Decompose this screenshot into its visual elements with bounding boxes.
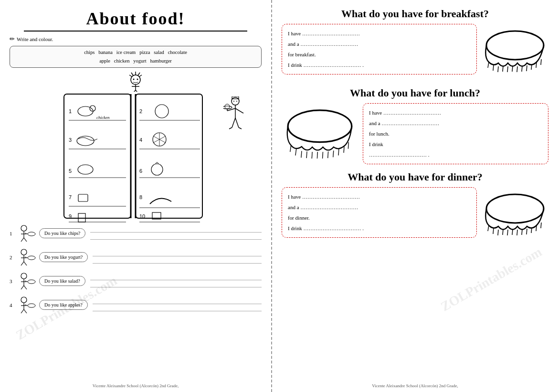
svg-line-119 [488, 225, 489, 231]
lunch-table-icon [282, 103, 358, 165]
svg-text:chicken: chicken [96, 115, 110, 120]
svg-point-71 [21, 249, 27, 255]
svg-line-75 [24, 262, 27, 265]
svg-line-102 [531, 64, 532, 70]
svg-line-120 [493, 228, 494, 234]
svg-line-97 [507, 66, 508, 72]
exercise-row-4: 4 Do you like apples? [10, 296, 262, 314]
svg-text:5: 5 [69, 168, 72, 174]
svg-line-100 [522, 66, 522, 72]
question-2: Do you like yogurt? [39, 252, 88, 262]
answer-3 [90, 275, 262, 287]
title-divider [24, 31, 247, 32]
svg-point-105 [288, 110, 352, 142]
svg-point-118 [486, 194, 544, 223]
svg-line-106 [290, 145, 291, 152]
breakfast-table-icon [482, 24, 548, 81]
svg-line-124 [512, 229, 513, 235]
svg-line-61 [235, 118, 239, 127]
svg-point-83 [28, 280, 35, 284]
svg-line-109 [306, 151, 307, 158]
svg-line-103 [536, 62, 537, 68]
svg-line-126 [522, 229, 522, 235]
svg-point-64 [21, 225, 27, 231]
word-box: chips banana ice cream pizza salad choco… [10, 46, 262, 68]
svg-point-7 [137, 78, 138, 80]
dinner-table-icon [482, 187, 548, 244]
svg-line-2 [131, 73, 133, 75]
waiter-icon [223, 96, 247, 138]
row-number-4: 4 [10, 302, 15, 308]
svg-line-122 [503, 229, 503, 235]
book-area: 1 chicken 3 5 7 9 2 [10, 73, 262, 221]
breakfast-title: What do you have for breakfast? [282, 8, 548, 20]
left-panel: About food! ✏ Write and colour. chips ba… [0, 0, 272, 392]
svg-text:6: 6 [139, 168, 142, 174]
svg-rect-28 [78, 194, 88, 201]
svg-line-115 [338, 149, 339, 156]
svg-line-130 [541, 222, 541, 228]
svg-text:1: 1 [69, 108, 72, 114]
svg-line-89 [24, 309, 27, 313]
person-icon-2 [18, 248, 36, 266]
svg-text:8: 8 [139, 194, 142, 200]
svg-line-5 [139, 75, 142, 77]
lunch-fill-box: I have …………………………… and a …………………………… for… [363, 103, 548, 164]
lunch-title: What do you have for lunch? [282, 87, 548, 99]
svg-line-60 [232, 118, 235, 127]
svg-line-68 [24, 238, 27, 242]
svg-line-63 [239, 127, 242, 129]
svg-line-62 [229, 127, 232, 129]
svg-line-59 [235, 108, 243, 113]
svg-line-108 [301, 151, 302, 158]
dinner-fill-box: I have …………………………… and a …………………………… for… [282, 187, 477, 238]
svg-point-17 [78, 106, 93, 116]
page-title: About food! [10, 9, 262, 29]
svg-line-127 [526, 229, 527, 234]
svg-line-99 [517, 66, 517, 72]
svg-line-112 [323, 152, 323, 159]
footer-right: Vicente Aleixandre School (Alcorcón) 2nd… [272, 383, 558, 388]
svg-line-111 [317, 152, 317, 159]
svg-text:2: 2 [139, 108, 142, 114]
svg-text:3: 3 [69, 137, 72, 143]
svg-point-90 [28, 304, 35, 307]
row-number-3: 3 [10, 278, 15, 284]
row-number-2: 2 [10, 254, 15, 260]
svg-point-43 [151, 164, 163, 175]
dinner-content: I have …………………………… and a …………………………… for… [282, 187, 548, 244]
svg-line-110 [312, 152, 312, 159]
svg-line-129 [536, 225, 537, 231]
question-4: Do you like apples? [39, 300, 88, 310]
svg-line-82 [24, 286, 27, 289]
svg-line-67 [21, 238, 24, 242]
svg-point-18 [90, 106, 95, 111]
watermark-right: ZOLPrintables.com [438, 244, 545, 314]
svg-line-116 [344, 146, 344, 153]
book-illustration: 1 chicken 3 5 7 9 2 [54, 87, 217, 230]
svg-line-88 [21, 309, 24, 313]
instruction: ✏ Write and colour. [10, 35, 262, 43]
svg-line-128 [531, 227, 532, 233]
svg-line-113 [328, 151, 328, 158]
right-panel: What do you have for breakfast? I have …… [272, 0, 558, 392]
svg-point-76 [28, 256, 35, 260]
svg-point-53 [236, 101, 237, 102]
lunch-section: What do you have for lunch? I have ……………… [282, 87, 548, 165]
breakfast-fill-box: I have …………………………… and a …………………………… for… [282, 24, 477, 74]
footer-left: Vicente Aleixandre School (Alcorcón) 2nd… [0, 383, 271, 388]
svg-point-92 [486, 31, 544, 60]
row-number-1: 1 [10, 231, 15, 236]
svg-line-123 [507, 230, 508, 235]
svg-point-85 [21, 297, 27, 303]
svg-text:10: 10 [139, 213, 145, 219]
svg-line-121 [498, 230, 498, 235]
breakfast-content: I have …………………………… and a …………………………… for… [282, 24, 548, 81]
svg-line-107 [295, 149, 296, 156]
answer-2 [93, 251, 262, 264]
dinner-title: What do you have for dinner? [282, 171, 548, 183]
character-top-icon [126, 70, 145, 95]
svg-line-101 [526, 65, 527, 71]
svg-point-58 [225, 104, 230, 109]
svg-line-4 [129, 75, 132, 77]
